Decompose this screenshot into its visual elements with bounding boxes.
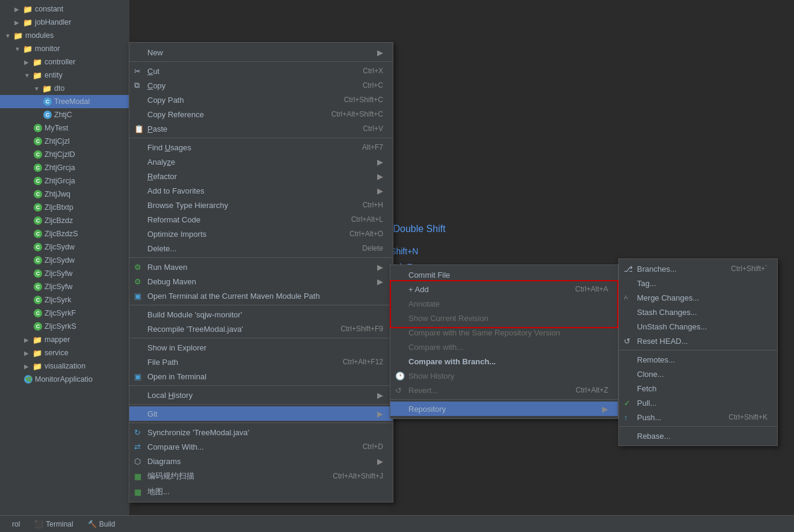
menu-separator-repo-2: [619, 426, 777, 427]
menu-item-run-maven[interactable]: ⚙ Run Maven ▶: [129, 260, 393, 274]
menu-item-build-module[interactable]: Build Module 'sqjw-monitor': [129, 307, 393, 322]
menu-item-repository[interactable]: Repository ▶: [390, 402, 618, 416]
menu-item-copy-reference[interactable]: Copy Reference Ctrl+Alt+Shift+C: [129, 107, 393, 121]
tree-item-zljcsyrks[interactable]: C ZljcSyrkS: [0, 320, 129, 333]
menu-item-rebase[interactable]: Rebase...: [619, 429, 777, 443]
menu-item-show-history[interactable]: 🕐 Show History: [390, 368, 618, 383]
tree-item-zhtjgrcja1[interactable]: C ZhtjGrcja: [0, 161, 129, 174]
menu-item-map[interactable]: ▦ 地图...: [129, 484, 393, 500]
tree-item-monitorapplication[interactable]: 🌿 MonitorApplicatio: [0, 373, 129, 386]
tree-item-service[interactable]: ▶ 📁 service: [0, 346, 129, 359]
menu-item-local-history[interactable]: Local History ▶: [129, 388, 393, 402]
menu-separator-8: [129, 423, 393, 423]
menu-item-browse-hierarchy[interactable]: Browse Type Hierarchy Ctrl+H: [129, 198, 393, 212]
tree-item-zhtjcjzld[interactable]: C ZhtjCjzlD: [0, 148, 129, 161]
menu-item-commit-file[interactable]: Commit File: [390, 268, 618, 282]
menu-item-git[interactable]: Git ▶: [129, 406, 393, 421]
menu-item-delete[interactable]: Delete... Delete: [129, 241, 393, 255]
bottom-tab-build[interactable]: 🔨 Build: [81, 518, 123, 531]
menu-item-stash[interactable]: Stash Changes...: [619, 305, 777, 319]
menu-item-compare-branch[interactable]: Compare with Branch...: [390, 354, 618, 368]
menu-item-tag[interactable]: Tag...: [619, 276, 777, 290]
tree-item-zljcsyfw1[interactable]: C ZljcSyfw: [0, 267, 129, 280]
menu-item-push[interactable]: ↑ Push... Ctrl+Shift+K: [619, 410, 777, 424]
menu-item-open-terminal-maven[interactable]: ▣ Open Terminal at the Current Maven Mod…: [129, 289, 393, 303]
bottom-tab-terminal[interactable]: ⬛ Terminal: [27, 518, 80, 531]
menu-item-new[interactable]: New ▶: [129, 45, 393, 60]
menu-item-revert[interactable]: ↺ Revert... Ctrl+Alt+Z: [390, 383, 618, 397]
menu-item-refactor[interactable]: Refactor ▶: [129, 169, 393, 183]
menu-item-open-terminal[interactable]: ▣ Open in Terminal: [129, 369, 393, 384]
tree-item-jobhandler[interactable]: ▶ 📁 jobHandler: [0, 16, 129, 29]
menu-item-unstash[interactable]: UnStash Changes...: [619, 319, 777, 334]
tree-item-zljcsydw2[interactable]: C ZljcSydw: [0, 254, 129, 267]
menu-item-add[interactable]: + Add Ctrl+Alt+A: [390, 282, 618, 296]
menu-separator-7: [129, 404, 393, 405]
context-menu-main: New ▶ ✂ Cut Ctrl+X ⧉ Copy Ctrl+C Copy Pa…: [129, 42, 393, 503]
menu-item-add-favorites[interactable]: Add to Favorites ▶: [129, 183, 393, 198]
menu-item-compare-same-repo[interactable]: Compare with the Same Repository Version: [390, 325, 618, 340]
tree-item-zhtjgrcja2[interactable]: C ZhtjGrcja: [0, 174, 129, 188]
tree-item-zljcsydw1[interactable]: C ZljcSydw: [0, 240, 129, 254]
bottom-tab-control[interactable]: rol: [5, 518, 27, 531]
tree-item-zljcsyrk[interactable]: C ZljcSyrk: [0, 293, 129, 307]
menu-item-file-path[interactable]: File Path Ctrl+Alt+F12: [129, 355, 393, 369]
menu-separator-git: [390, 399, 618, 400]
menu-separator: [129, 61, 393, 62]
bottom-bar: rol ⬛ Terminal 🔨 Build: [0, 515, 794, 532]
tree-item-mytest[interactable]: C MyTest: [0, 121, 129, 135]
menu-item-copy[interactable]: ⧉ Copy Ctrl+C: [129, 78, 393, 93]
menu-item-optimize-imports[interactable]: Optimize Imports Ctrl+Alt+O: [129, 227, 393, 241]
menu-item-pull[interactable]: ✓ Pull...: [619, 396, 777, 410]
menu-item-fetch[interactable]: Fetch: [619, 381, 777, 396]
menu-item-compare-with[interactable]: ⇄ Compare With... Ctrl+D: [129, 439, 393, 454]
tree-item-mapper[interactable]: ▶ 📁 mapper: [0, 333, 129, 346]
menu-item-paste[interactable]: 📋 Paste Ctrl+V: [129, 121, 393, 136]
tree-item-zljcbtxtp[interactable]: C ZljcBtxtp: [0, 201, 129, 214]
tree-item-zljcbzdzs[interactable]: C ZljcBzdzS: [0, 227, 129, 240]
menu-item-code-scan[interactable]: ▦ 编码规约扫描 Ctrl+Alt+Shift+J: [129, 468, 393, 484]
menu-item-reset-head[interactable]: ↺ Reset HEAD...: [619, 334, 777, 348]
menu-item-show-explorer[interactable]: Show in Explorer: [129, 340, 393, 355]
menu-item-clone[interactable]: Clone...: [619, 367, 777, 381]
tree-item-zljcsurkf[interactable]: C ZljcSyrkF: [0, 307, 129, 320]
tree-item-zljcsyfw2[interactable]: C ZljcSyfw: [0, 280, 129, 293]
menu-item-synchronize[interactable]: ↻ Synchronize 'TreeModal.java': [129, 425, 393, 439]
tree-item-zhtjjwq[interactable]: C ZhtjJwq: [0, 188, 129, 201]
menu-item-branches[interactable]: ⎇ Branches... Ctrl+Shift+`: [619, 261, 777, 276]
menu-separator-5: [129, 338, 393, 338]
menu-item-merge-changes[interactable]: ⑃ Merge Changes...: [619, 290, 777, 305]
menu-separator-6: [129, 385, 393, 386]
tree-item-modules[interactable]: ▼ 📁 modules: [0, 29, 129, 42]
tree-item-zhtjcjzl[interactable]: C ZhtjCjzl: [0, 135, 129, 148]
file-tree: ▶ 📁 constant ▶ 📁 jobHandler ▼ 📁 modules …: [0, 0, 129, 532]
menu-item-annotate[interactable]: Annotate: [390, 296, 618, 311]
menu-item-find-usages[interactable]: Find Usages Alt+F7: [129, 140, 393, 154]
context-menu-git: Commit File + Add Ctrl+Alt+A Annotate Sh…: [390, 264, 618, 419]
menu-item-copy-path[interactable]: Copy Path Ctrl+Shift+C: [129, 93, 393, 107]
menu-separator-3: [129, 257, 393, 258]
tree-item-dto[interactable]: ▼ 📁 dto: [0, 82, 129, 95]
menu-separator-2: [129, 138, 393, 138]
menu-item-debug-maven[interactable]: ⚙ Debug Maven ▶: [129, 274, 393, 289]
tree-item-controller[interactable]: ▶ 📁 controller: [0, 55, 129, 69]
menu-item-diagrams[interactable]: ⬡ Diagrams ▶: [129, 454, 393, 468]
menu-item-analyze[interactable]: Analyze ▶: [129, 154, 393, 169]
tree-item-zhtjc[interactable]: C ZhtjC: [0, 108, 129, 121]
menu-item-reformat[interactable]: Reformat Code Ctrl+Alt+L: [129, 212, 393, 227]
menu-item-compare-with-dots[interactable]: Compare with...: [390, 340, 618, 354]
tree-item-monitor[interactable]: ▼ 📁 monitor: [0, 42, 129, 55]
menu-item-remotes[interactable]: Remotes...: [619, 352, 777, 367]
tree-item-treemodal[interactable]: C TreeModal: [0, 95, 129, 108]
tree-item-entity[interactable]: ▼ 📁 entity: [0, 69, 129, 82]
menu-separator-4: [129, 305, 393, 305]
menu-separator-repo: [619, 350, 777, 350]
tree-item-constant[interactable]: ▶ 📁 constant: [0, 2, 129, 16]
tree-item-zljcbzdz[interactable]: C ZljcBzdz: [0, 214, 129, 227]
tree-item-visualization[interactable]: ▶ 📁 visualization: [0, 359, 129, 373]
menu-item-recompile[interactable]: Recompile 'TreeModal.java' Ctrl+Shift+F9: [129, 322, 393, 336]
menu-item-show-revision[interactable]: Show Current Revision: [390, 311, 618, 325]
menu-item-cut[interactable]: ✂ Cut Ctrl+X: [129, 64, 393, 78]
context-menu-repository: ⎇ Branches... Ctrl+Shift+` Tag... ⑃ Merg…: [618, 258, 778, 446]
